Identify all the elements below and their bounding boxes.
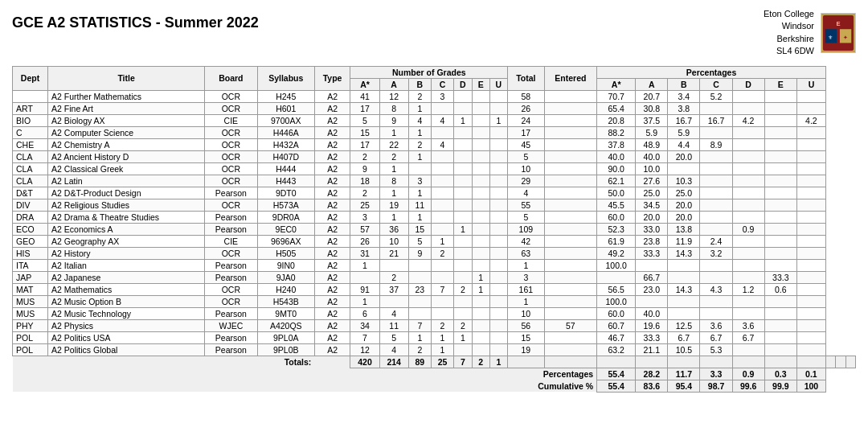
table-row: CLAA2 Ancient History DOCRH407DA2221540.… (13, 150, 856, 162)
table-row: MATA2 MathematicsOCRH240A291372372116156… (13, 283, 856, 295)
col-type: Type (314, 66, 350, 90)
table-row: GEOA2 Geography AXCIE9696AXA22610514261.… (13, 235, 856, 247)
statistics-table: Dept Title Board Syllabus Type Number of… (12, 66, 856, 393)
table-row: JAPA2 JapanesePearson9JA0A221366.733.3 (13, 271, 856, 283)
col-pct-c: C (700, 78, 732, 90)
cumulative-row: Cumulative %55.483.695.498.799.699.9100 (13, 380, 856, 392)
col-pct-astar: A* (597, 78, 636, 90)
coat-of-arms-image: E ⚜ ✦ (821, 13, 856, 53)
page-header: GCE A2 STATISTICS - Summer 2022 Eton Col… (12, 8, 856, 58)
table-row: CLAA2 LatinOCRH443A218832962.127.610.3 (13, 175, 856, 187)
col-pct-a: A (636, 78, 668, 90)
college-text: Eton College Windsor Berkshire SL4 6DW (764, 8, 814, 58)
col-group-number-of-grades: Number of Grades (350, 66, 508, 78)
col-entered: Entered (544, 66, 597, 90)
col-e: E (472, 78, 489, 90)
col-astar: A* (350, 78, 379, 90)
table-row: POLA2 Politics USAPearson9PL0AA275111154… (13, 331, 856, 343)
col-pct-d: D (732, 78, 764, 90)
table-row: POLA2 Politics GlobalPearson9PL0BA212421… (13, 343, 856, 356)
table-row: ECOA2 Economics APearson9EC0A25736151109… (13, 223, 856, 235)
col-syllabus: Syllabus (257, 66, 314, 90)
col-d: D (454, 78, 473, 90)
col-a: A (379, 78, 408, 90)
col-u: U (489, 78, 508, 90)
table-row: ITAA2 ItalianPearson9IN0A211100.0 (13, 259, 856, 271)
table-row: HISA2 HistoryOCRH505A23121926349.233.314… (13, 247, 856, 259)
table-row: CA2 Computer ScienceOCRH446AA215111788.2… (13, 126, 856, 138)
col-c: C (431, 78, 453, 90)
table-row: PHYA2 PhysicsWJECA420QSA23411722565760.7… (13, 319, 856, 331)
page-title: GCE A2 STATISTICS - Summer 2022 (12, 14, 259, 31)
table-row: BIOA2 Biology AXCIE9700AXA25944112420.83… (13, 114, 856, 126)
svg-text:⚜: ⚜ (828, 34, 833, 39)
col-total: Total (508, 66, 544, 90)
percentages-row: Percentages55.428.211.73.30.90.30.1 (13, 368, 856, 380)
college-info: Eton College Windsor Berkshire SL4 6DW E… (764, 8, 856, 58)
col-title: Title (48, 66, 205, 90)
totals-row: Totals:4202148925721 (13, 356, 856, 368)
svg-text:E: E (836, 20, 840, 27)
col-board: Board (205, 66, 258, 90)
table-row: MUSA2 Music TechnologyPearson9MT0A264106… (13, 307, 856, 319)
col-pct-e: E (764, 78, 796, 90)
table-row: CHEA2 Chemistry AOCRH432AA21722244537.84… (13, 138, 856, 150)
col-group-percentages: Percentages (597, 66, 826, 78)
col-dept: Dept (13, 66, 48, 90)
col-pct-u: U (796, 78, 825, 90)
col-b: B (408, 78, 431, 90)
table-row: DRAA2 Drama & Theatre StudiesPearson9DR0… (13, 211, 856, 223)
table-row: D&TA2 D&T-Product DesignPearson9DT0A2211… (13, 187, 856, 199)
col-pct-b: B (668, 78, 700, 90)
svg-text:✦: ✦ (843, 34, 848, 39)
table-row: A2 Further MathematicsOCRH245A2411223587… (13, 90, 856, 102)
table-row: DIVA2 Religious StudiesOCRH573AA22519115… (13, 199, 856, 211)
table-row: MUSA2 Music Option BOCRH543BA211100.0 (13, 295, 856, 307)
table-row: CLAA2 Classical GreekOCRH444A2911090.010… (13, 162, 856, 175)
table-row: ARTA2 Fine ArtOCRH601A217812665.430.83.8 (13, 102, 856, 114)
